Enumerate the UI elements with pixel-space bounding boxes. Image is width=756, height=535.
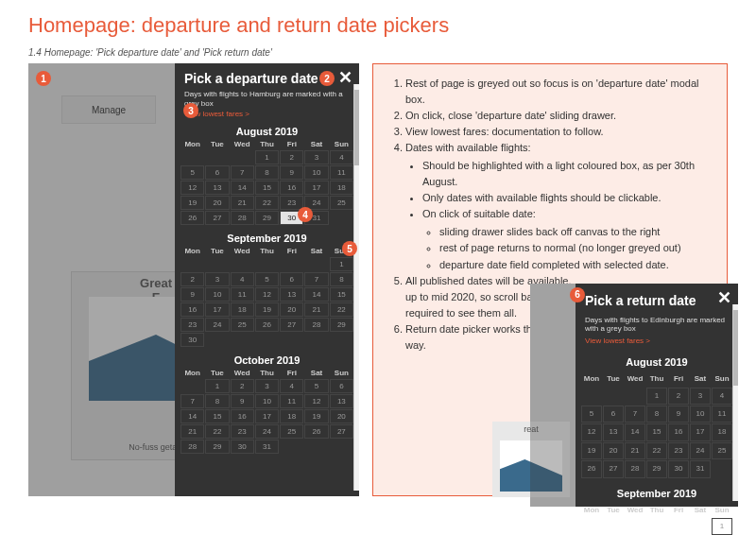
calendar-day: 16 xyxy=(668,423,689,440)
departure-mockup: Manage GreatE No-fuss getaw Pick a depar… xyxy=(28,63,359,496)
drawer-scrollbar[interactable] xyxy=(732,304,738,501)
month-title: October 2019 xyxy=(180,354,353,366)
calendar-day: 3 xyxy=(205,272,229,286)
close-icon[interactable]: ✕ xyxy=(336,69,353,86)
calendar-day: 7 xyxy=(625,406,645,423)
month-title: August 2019 xyxy=(180,126,353,137)
calendar-day: 12 xyxy=(581,423,602,440)
annotation-notes: Rest of page is greyed out so focus is o… xyxy=(372,63,728,496)
calendar-day: 26 xyxy=(304,424,328,439)
calendar-day: 5 xyxy=(581,406,602,423)
calendar-day: 10 xyxy=(690,406,711,423)
calendar-day: 1 xyxy=(712,518,732,535)
calendar-day: 20 xyxy=(330,409,353,423)
calendar-day: 20 xyxy=(205,196,229,210)
calendar-day: 21 xyxy=(304,302,328,317)
calendar-day: 18 xyxy=(330,181,353,195)
calendar-day: 27 xyxy=(330,424,353,439)
calendar-day: 11 xyxy=(712,406,732,423)
note-3: View lowest fares: documentation to foll… xyxy=(405,124,712,140)
calendar-day: 31 xyxy=(255,440,279,454)
calendar-day: 22 xyxy=(330,302,353,317)
calendar-day: 30 xyxy=(668,460,689,477)
calendar-day: 6 xyxy=(603,406,624,423)
month-title: September 2019 xyxy=(180,233,353,244)
calendar-day: 19 xyxy=(581,442,602,459)
return-drawer: Pick a return date ✕ Days with flights t… xyxy=(576,284,738,507)
calendar-day: 26 xyxy=(180,211,204,225)
page-subtitle: 1.4 Homepage: 'Pick departure date' and … xyxy=(0,47,756,63)
calendar-day: 24 xyxy=(205,318,229,332)
calendar-day: 23 xyxy=(180,318,204,332)
calendar-day: 7 xyxy=(180,394,204,408)
calendar-day: 1 xyxy=(646,388,667,405)
calendar-day: 13 xyxy=(280,287,303,302)
calendar-day: 15 xyxy=(330,287,353,302)
calendar-day: 11 xyxy=(280,394,303,408)
calendar-day: 5 xyxy=(255,272,279,286)
calendar-day: 20 xyxy=(280,302,303,317)
calendar-day: 16 xyxy=(231,409,254,423)
view-lowest-fares-link[interactable]: View lowest fares > xyxy=(175,108,359,122)
calendar-day: 18 xyxy=(712,423,732,440)
calendar-day: 13 xyxy=(330,394,353,408)
calendar-day: 24 xyxy=(690,442,711,459)
close-icon[interactable]: ✕ xyxy=(715,289,732,306)
calendar-day: 5 xyxy=(180,165,204,180)
calendar-day: 16 xyxy=(180,302,204,317)
calendar-day: 17 xyxy=(690,423,711,440)
calendar-day: 22 xyxy=(205,424,229,439)
calendar-day: 30 xyxy=(231,440,254,454)
calendar-day: 21 xyxy=(625,442,645,459)
departure-drawer: Pick a departure date ✕ Days with flight… xyxy=(175,63,359,496)
view-lowest-fares-link[interactable]: View lowest fares > xyxy=(576,334,738,351)
calendar-day: 7 xyxy=(231,165,254,180)
calendar-day: 2 xyxy=(668,388,689,405)
annotation-badge-4: 4 xyxy=(298,207,313,222)
calendar-day: 2 xyxy=(231,379,254,393)
calendar-day: 11 xyxy=(330,165,353,180)
calendar-day: 24 xyxy=(255,424,279,439)
calendar-day: 3 xyxy=(304,150,328,164)
calendar-day: 10 xyxy=(304,165,328,180)
calendar-day: 25 xyxy=(330,196,353,210)
annotation-badge-5: 5 xyxy=(342,241,357,256)
note-2: On click, close 'departure date' sliding… xyxy=(405,108,712,124)
drawer-title: Pick a return date xyxy=(585,291,696,312)
calendar-day: 3 xyxy=(690,388,711,405)
annotation-badge-3: 3 xyxy=(183,103,198,118)
calendar-day: 13 xyxy=(205,181,229,195)
calendar-day: 16 xyxy=(280,181,303,195)
calendar-day: 17 xyxy=(255,409,279,423)
calendar-day: 21 xyxy=(180,424,204,439)
drawer-scrollbar[interactable] xyxy=(353,84,359,491)
calendar-day: 17 xyxy=(205,302,229,317)
calendar-day: 28 xyxy=(180,440,204,454)
note-4: Dates with available flights: Should be … xyxy=(405,140,712,272)
calendar-day: 31 xyxy=(690,460,711,477)
calendar-day: 5 xyxy=(304,379,328,393)
calendar-day: 15 xyxy=(205,409,229,423)
drawer-title: Pick a departure date xyxy=(184,71,318,86)
calendar-day: 9 xyxy=(180,287,204,302)
calendar-day: 9 xyxy=(280,165,303,180)
calendar-day: 28 xyxy=(231,211,254,225)
calendar-day: 23 xyxy=(231,424,254,439)
calendar-day: 2 xyxy=(280,150,303,164)
calendar-day: 29 xyxy=(205,440,229,454)
calendar-day: 1 xyxy=(255,150,279,164)
calendar-day: 2 xyxy=(180,272,204,286)
calendar-day: 10 xyxy=(205,287,229,302)
calendar-day: 13 xyxy=(603,423,624,440)
calendar-day: 6 xyxy=(280,272,303,286)
calendar-day: 27 xyxy=(603,460,624,477)
calendar-day: 15 xyxy=(255,181,279,195)
calendar-day: 27 xyxy=(280,318,303,332)
return-mockup: reat Pick a return date ✕ Days with flig… xyxy=(530,284,738,507)
calendar-day: 22 xyxy=(255,196,279,210)
calendar-day: 19 xyxy=(255,302,279,317)
calendar-day: 28 xyxy=(304,318,328,332)
month-title: September 2019 xyxy=(581,486,732,502)
calendar-day: 12 xyxy=(304,394,328,408)
annotation-badge-6: 6 xyxy=(570,287,585,302)
